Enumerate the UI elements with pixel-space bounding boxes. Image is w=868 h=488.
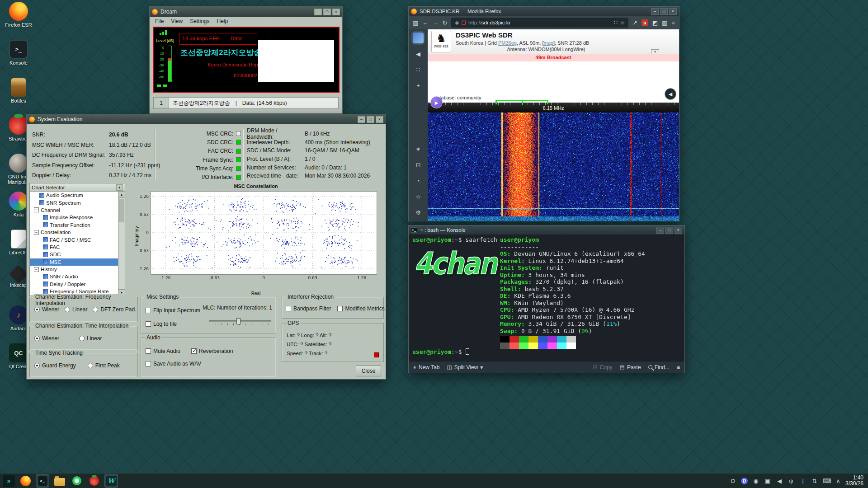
minimize-button[interactable]: – xyxy=(651,8,659,15)
sidebar-toggle-icon[interactable]: ▥ xyxy=(413,19,418,26)
radio-option[interactable]: DFT Zero Pad. xyxy=(93,306,136,313)
waterfall-display[interactable] xyxy=(428,113,679,221)
tree-item-icon[interactable] xyxy=(43,244,48,249)
chart-selector-item[interactable]: SDC xyxy=(30,251,118,258)
frequency-ruler[interactable]: 6.15 MHz xyxy=(428,103,679,113)
tree-item-icon[interactable] xyxy=(39,200,44,205)
radio-option[interactable]: Linear xyxy=(79,335,102,342)
sidebar-tool-icon[interactable]: ⚙ xyxy=(413,207,424,218)
chart-selector-item[interactable]: MSC xyxy=(30,258,118,266)
desktop-icon-image[interactable]: QC xyxy=(9,343,28,362)
tree-item-icon[interactable] xyxy=(43,274,48,279)
radio-icon[interactable] xyxy=(34,363,40,368)
chart-selector-scrollbar[interactable]: ▲ ▼ xyxy=(118,192,125,296)
checkbox-option[interactable]: Bandpass Filter xyxy=(286,305,331,312)
copy-button[interactable]: ⊡Copy xyxy=(593,364,613,371)
tree-item-icon[interactable] xyxy=(43,259,48,264)
taskbar-app-button[interactable] xyxy=(87,474,101,488)
tray-icon[interactable]: ∧ xyxy=(835,478,842,484)
menu-item[interactable]: Help xyxy=(213,17,232,25)
chart-selector-item[interactable]: Delay / Doppler xyxy=(30,281,118,288)
tree-item-icon[interactable] xyxy=(43,215,48,220)
terminal-output[interactable]: user@priyom:~$ saarfetch 4chan user@priy… xyxy=(409,235,684,361)
checkbox-icon[interactable] xyxy=(146,321,151,327)
radio-icon[interactable] xyxy=(34,336,40,341)
sidebar-tool-icon[interactable]: ◔ xyxy=(413,175,424,186)
reload-icon[interactable]: ↻ xyxy=(442,19,447,26)
toolbar-menu-icon[interactable]: ≡ xyxy=(677,364,680,371)
desktop-icon[interactable]: Firefox ESR xyxy=(1,2,36,40)
desktop-icon-image[interactable] xyxy=(9,265,28,284)
desktop-icon-image[interactable] xyxy=(11,78,26,97)
desktop-icon-image[interactable]: ♪ xyxy=(9,305,28,324)
tree-item-icon[interactable] xyxy=(43,282,48,286)
radio-icon[interactable] xyxy=(93,307,98,312)
ublock-icon[interactable]: u xyxy=(642,19,648,26)
mlc-iterations-slider[interactable] xyxy=(209,318,271,326)
checkbox-icon[interactable] xyxy=(146,348,151,354)
sidebar-tool-icon[interactable]: ☆ xyxy=(413,191,424,202)
chart-selector-item[interactable]: Audio Spectrum xyxy=(30,192,118,199)
desktop-icon-image[interactable] xyxy=(9,192,28,211)
chart-selector-item[interactable]: SNR / Audio xyxy=(30,273,118,280)
firefox-tab-icon[interactable]: + xyxy=(413,80,424,91)
maximize-button[interactable]: □ xyxy=(665,227,673,234)
paste-button[interactable]: ▤Paste xyxy=(620,364,641,371)
tree-item-icon[interactable]: − xyxy=(34,230,39,235)
tracking-shield-icon[interactable]: ◈ xyxy=(455,19,459,26)
checkbox-option[interactable]: Log to file xyxy=(146,321,200,327)
menu-item[interactable]: Settings xyxy=(186,17,213,25)
tray-icon[interactable]: D xyxy=(741,478,748,484)
hamburger-menu-icon[interactable]: ≡ xyxy=(671,19,675,26)
close-button[interactable]: × xyxy=(675,227,682,234)
chart-selector-item[interactable]: − Channel xyxy=(30,206,118,214)
radio-option[interactable]: Wiener xyxy=(34,335,59,342)
panel-icon[interactable]: ▥ xyxy=(662,19,667,26)
menu-item[interactable]: View xyxy=(167,17,186,25)
chart-selector-item[interactable]: SNR Spectrum xyxy=(30,199,118,206)
url-bar[interactable]: ◈ http://sdr.ds3pic.kr ∷ ☆ xyxy=(451,18,628,28)
forward-icon[interactable]: → xyxy=(432,19,438,26)
chart-selector-item[interactable]: FAC xyxy=(30,244,118,251)
app-launcher-button[interactable]: » xyxy=(3,475,15,487)
bookmark-star-icon[interactable]: ☆ xyxy=(620,19,625,26)
sidebar-tool-icon[interactable]: ⊡ xyxy=(413,160,424,170)
url-text[interactable]: http://sdr.ds3pic.kr xyxy=(468,20,510,25)
desktop-icon-image[interactable] xyxy=(9,154,28,173)
minimize-button[interactable]: – xyxy=(358,116,365,123)
checkbox-icon[interactable] xyxy=(337,306,343,311)
find-button[interactable]: Find... xyxy=(648,364,670,371)
desktop-icon-image[interactable] xyxy=(11,230,26,249)
radio-icon[interactable] xyxy=(79,336,85,341)
checkbox-icon[interactable] xyxy=(191,348,197,354)
checkbox-option[interactable]: Mute Audio xyxy=(146,348,180,354)
passband-bracket[interactable] xyxy=(495,100,548,105)
tree-item-icon[interactable] xyxy=(43,252,48,257)
firefox-tab-icon[interactable] xyxy=(413,33,424,43)
menu-item[interactable]: File xyxy=(151,17,167,25)
desktop-icon[interactable]: >_ Konsole xyxy=(1,40,36,78)
chart-selector-item[interactable]: Transfer Function xyxy=(30,221,118,229)
tray-icon[interactable]: ⌨ xyxy=(823,478,830,484)
close-button[interactable]: × xyxy=(669,8,677,15)
checkbox-icon[interactable] xyxy=(146,308,151,313)
checkbox-option[interactable]: Modified Metrics xyxy=(337,305,384,312)
firefox-tab-icon[interactable]: ∷ xyxy=(413,64,424,75)
close-button[interactable]: × xyxy=(332,9,340,15)
slider-handle[interactable] xyxy=(236,318,241,324)
taskbar-app-button[interactable]: W xyxy=(104,474,118,488)
system-eval-titlebar[interactable]: System Evaluation – □ × xyxy=(27,114,386,124)
desktop-icon-image[interactable] xyxy=(9,2,28,21)
chart-selector-item[interactable]: Impulse Response xyxy=(30,214,118,221)
taskbar-app-button[interactable]: >_ xyxy=(36,474,49,488)
tray-icon[interactable]: ▣ xyxy=(764,478,771,484)
sidebar-tool-icon[interactable]: ✶ xyxy=(413,144,424,155)
service-row[interactable]: 1 조선중앙제2라지오방송 | Data: (14.56 kbps) xyxy=(153,97,339,109)
radio-option[interactable]: Linear xyxy=(65,306,87,313)
split-view-button[interactable]: ◫Split View▾ xyxy=(447,364,483,371)
tray-icon[interactable]: ⇅ xyxy=(811,478,818,484)
taskbar-app-button[interactable] xyxy=(19,474,32,488)
firefox-titlebar[interactable]: SDR.DS3PIC.KR — Mozilla Firefox – □ × xyxy=(409,7,679,16)
tray-icon[interactable]: ◀ xyxy=(776,478,783,484)
radio-icon[interactable] xyxy=(65,307,70,312)
